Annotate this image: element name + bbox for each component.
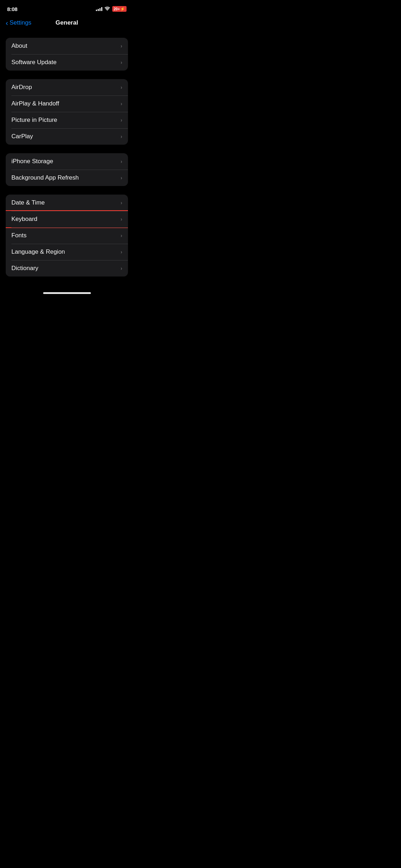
- settings-item-fonts[interactable]: Fonts ›: [6, 227, 128, 244]
- settings-item-software-update[interactable]: Software Update ›: [6, 54, 128, 71]
- battery-level: 20+: [114, 7, 120, 11]
- settings-item-picture-in-picture[interactable]: Picture in Picture ›: [6, 112, 128, 128]
- settings-item-background-app-refresh[interactable]: Background App Refresh ›: [6, 170, 128, 186]
- settings-item-iphone-storage[interactable]: iPhone Storage ›: [6, 153, 128, 170]
- picture-in-picture-chevron-icon: ›: [120, 117, 122, 123]
- language-region-label: Language & Region: [11, 248, 65, 255]
- signal-icon: [96, 7, 102, 11]
- home-indicator: [0, 285, 134, 297]
- settings-item-airdrop[interactable]: AirDrop ›: [6, 79, 128, 95]
- dictionary-label: Dictionary: [11, 265, 38, 272]
- airplay-handoff-chevron-icon: ›: [120, 101, 122, 107]
- status-bar: 8:08 20+ ⚡: [0, 0, 134, 16]
- software-update-label: Software Update: [11, 59, 57, 66]
- picture-in-picture-label: Picture in Picture: [11, 117, 57, 124]
- settings-item-carplay[interactable]: CarPlay ›: [6, 128, 128, 145]
- airdrop-label: AirDrop: [11, 84, 32, 91]
- back-button[interactable]: ‹ Settings: [6, 19, 31, 26]
- status-time: 8:08: [7, 6, 17, 12]
- dictionary-chevron-icon: ›: [120, 265, 122, 271]
- date-time-chevron-icon: ›: [120, 200, 122, 206]
- about-chevron-icon: ›: [120, 43, 122, 49]
- settings-group-4: Date & Time › Keyboard › Fonts › Languag…: [6, 195, 128, 277]
- settings-item-about[interactable]: About ›: [6, 38, 128, 54]
- iphone-storage-chevron-icon: ›: [120, 159, 122, 164]
- fonts-chevron-icon: ›: [120, 233, 122, 238]
- date-time-label: Date & Time: [11, 199, 45, 206]
- about-label: About: [11, 42, 27, 50]
- settings-item-date-time[interactable]: Date & Time ›: [6, 195, 128, 211]
- keyboard-label: Keyboard: [11, 216, 37, 223]
- software-update-chevron-icon: ›: [120, 60, 122, 65]
- back-button-label: Settings: [10, 19, 31, 26]
- settings-item-airplay-handoff[interactable]: AirPlay & Handoff ›: [6, 95, 128, 112]
- home-bar: [43, 292, 91, 294]
- keyboard-chevron-icon: ›: [120, 216, 122, 222]
- settings-item-language-region[interactable]: Language & Region ›: [6, 244, 128, 260]
- settings-group-2: AirDrop › AirPlay & Handoff › Picture in…: [6, 79, 128, 145]
- airplay-handoff-label: AirPlay & Handoff: [11, 100, 59, 107]
- airdrop-chevron-icon: ›: [120, 84, 122, 90]
- fonts-label: Fonts: [11, 232, 27, 239]
- background-app-refresh-label: Background App Refresh: [11, 174, 79, 181]
- settings-content: About › Software Update › AirDrop › AirP…: [0, 32, 134, 277]
- battery-icon: 20+ ⚡: [112, 6, 127, 12]
- carplay-chevron-icon: ›: [120, 134, 122, 139]
- background-app-refresh-chevron-icon: ›: [120, 175, 122, 181]
- language-region-chevron-icon: ›: [120, 249, 122, 255]
- settings-group-3: iPhone Storage › Background App Refresh …: [6, 153, 128, 186]
- iphone-storage-label: iPhone Storage: [11, 158, 53, 165]
- back-chevron-icon: ‹: [6, 19, 8, 26]
- settings-item-keyboard[interactable]: Keyboard ›: [6, 211, 128, 227]
- nav-bar: ‹ Settings General: [0, 16, 134, 32]
- wifi-icon: [104, 6, 110, 12]
- status-icons: 20+ ⚡: [96, 6, 127, 12]
- carplay-label: CarPlay: [11, 133, 33, 140]
- page-title: General: [56, 19, 78, 26]
- settings-item-dictionary[interactable]: Dictionary ›: [6, 260, 128, 277]
- settings-group-1: About › Software Update ›: [6, 38, 128, 71]
